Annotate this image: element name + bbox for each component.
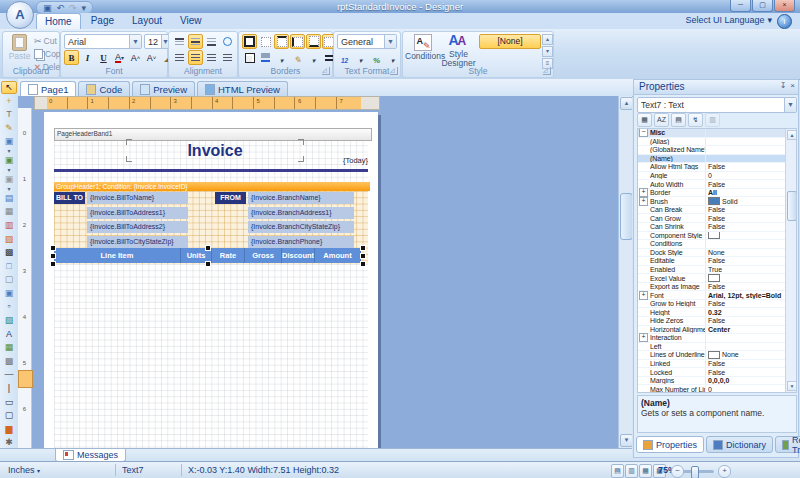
toolbox-tool-icon[interactable]: ↖ <box>1 81 17 94</box>
property-value[interactable]: All <box>705 189 786 197</box>
property-value[interactable]: False <box>705 257 786 265</box>
border-tool-button[interactable] <box>242 50 257 65</box>
expand-toggle-icon[interactable]: + <box>639 333 648 342</box>
toolbox-tool-icon[interactable]: — <box>2 368 16 381</box>
property-value[interactable] <box>705 232 786 240</box>
property-value[interactable]: 0 <box>705 172 786 180</box>
expand-toggle-icon[interactable]: + <box>639 291 648 300</box>
window-control-button[interactable]: ─ <box>730 0 751 12</box>
property-row[interactable]: Grow to Height False <box>638 300 786 309</box>
property-value[interactable] <box>705 240 786 248</box>
italic-button[interactable]: I <box>80 50 95 65</box>
toolbox-tool-icon[interactable]: ▧ <box>2 314 16 327</box>
property-value[interactable]: False <box>705 214 786 222</box>
today-component[interactable]: {Today} <box>294 155 368 167</box>
property-row[interactable]: + Border All <box>638 189 786 198</box>
scroll-down-icon[interactable]: ▼ <box>620 434 632 447</box>
style-gallery-button[interactable]: ▾ <box>542 46 553 57</box>
zoom-slider[interactable] <box>683 470 714 473</box>
property-value[interactable] <box>705 274 786 282</box>
font-size-combo[interactable]: 12▼ <box>144 34 170 49</box>
expand-toggle-icon[interactable]: + <box>639 197 648 206</box>
data-field-component[interactable]: {Invoice.BillToAddress1} <box>87 207 188 219</box>
properties-toolbar-button[interactable]: ▦ <box>637 113 652 127</box>
design-canvas[interactable]: 01234567 0123456 PageHeaderBand1 Invoice… <box>18 96 632 448</box>
zoom-slider-thumb[interactable] <box>691 466 699 478</box>
border-button[interactable] <box>258 34 273 49</box>
property-value[interactable] <box>705 129 786 137</box>
paste-button[interactable]: Paste <box>7 34 32 64</box>
property-row[interactable]: Linked False <box>638 360 786 369</box>
toolbox-tool-icon[interactable]: ▥ <box>2 219 16 232</box>
property-value[interactable]: Arial, 12pt, style=Bold <box>705 291 786 299</box>
view-mode-button[interactable]: ▥ <box>625 464 638 478</box>
document-tab[interactable]: Page1 <box>20 81 76 96</box>
properties-scrollbar[interactable]: ▲ ▼ <box>785 129 796 392</box>
property-row[interactable]: (Name) <box>638 155 786 164</box>
group-header-band-label[interactable]: GroupHeader1; Condition: {Invoice.Invoic… <box>54 182 370 191</box>
toolbox-tool-icon[interactable]: ▢ <box>2 273 16 286</box>
property-row[interactable]: Angle 0 <box>638 172 786 181</box>
border-button[interactable] <box>242 34 257 49</box>
property-value[interactable]: False <box>705 300 786 308</box>
selection-handle[interactable] <box>360 261 366 267</box>
report-page[interactable]: PageHeaderBand1 Invoice {Today} GroupHea… <box>44 112 378 448</box>
font-color-button[interactable]: A▾ <box>112 50 127 65</box>
property-row[interactable]: Allow Html Tags False <box>638 163 786 172</box>
alignment-button[interactable] <box>220 50 235 65</box>
table-header-cell[interactable]: Amount <box>315 248 361 263</box>
bold-button[interactable]: B <box>64 50 79 65</box>
text-format-combo[interactable]: General▼ <box>337 34 397 49</box>
table-header-cell[interactable]: Rate <box>212 248 245 263</box>
properties-toolbar-button[interactable]: AZ <box>654 113 669 127</box>
scrollbar-thumb[interactable] <box>787 191 797 221</box>
properties-toolbar-button[interactable]: ▥ <box>705 113 720 127</box>
data-field-component[interactable]: {Invoice.BillToName} <box>87 192 188 204</box>
toolbox-tool-icon[interactable]: A <box>2 328 16 341</box>
toolbox-tool-icon[interactable]: ▣ <box>2 287 16 300</box>
selection-handle[interactable] <box>205 245 211 251</box>
selection-handle[interactable] <box>50 245 56 251</box>
property-row[interactable]: + Font Arial, 12pt, style=Bold <box>638 291 786 300</box>
view-mode-button[interactable]: ▤ <box>611 464 624 478</box>
component-selector-combo[interactable]: Text7 : Text ▼ <box>637 97 797 113</box>
property-row[interactable]: Height 0.32 <box>638 308 786 317</box>
border-button[interactable] <box>274 34 289 49</box>
format-button[interactable] <box>353 50 368 65</box>
toolbox-tool-icon[interactable]: ▢ <box>2 409 16 422</box>
property-value[interactable] <box>705 155 786 163</box>
data-field-component[interactable]: {Invoice.BranchPhone} <box>248 236 354 248</box>
toolbox-tool-icon[interactable]: + <box>2 95 16 108</box>
alignment-button[interactable] <box>220 34 235 49</box>
property-row[interactable]: Conditions <box>638 240 786 249</box>
grow-font-button[interactable]: A˄ <box>128 50 143 65</box>
ribbon-tab[interactable]: Home <box>36 13 81 29</box>
property-value[interactable]: False <box>705 360 786 368</box>
bill-to-label-component[interactable]: BILL TO <box>54 192 85 204</box>
properties-toolbar-button[interactable]: ▤ <box>671 113 686 127</box>
property-value[interactable]: 0 <box>705 385 786 393</box>
panel-tab[interactable]: Report Tree <box>775 436 800 453</box>
property-value[interactable] <box>705 334 786 342</box>
toolbox-tool-icon[interactable]: ▩ <box>2 355 16 368</box>
ribbon-tab[interactable]: View <box>172 13 210 29</box>
application-orb[interactable]: A <box>6 1 34 29</box>
toolbox-tool-icon[interactable]: ▣ <box>2 173 16 186</box>
property-row[interactable]: Max Number of Lines 0 <box>638 385 786 393</box>
window-control-button[interactable]: ▢ <box>752 0 773 12</box>
border-tool-button[interactable] <box>274 50 289 65</box>
close-icon[interactable]: × <box>790 81 795 90</box>
toolbox-tool-icon[interactable]: ▣ <box>2 154 16 167</box>
property-value[interactable] <box>705 343 786 351</box>
property-value[interactable]: 0.32 <box>705 308 786 316</box>
window-control-button[interactable]: × <box>774 0 795 12</box>
alignment-button[interactable] <box>172 34 187 49</box>
selection-handle[interactable] <box>360 253 366 259</box>
selection-handle[interactable] <box>50 261 56 267</box>
style-gallery-button[interactable]: ▴ <box>542 34 553 45</box>
data-field-component[interactable]: {Invoice.BillToCityStateZip} <box>87 236 188 248</box>
view-mode-button[interactable]: ▦ <box>639 464 652 478</box>
document-tab[interactable]: Code <box>78 81 130 96</box>
property-row[interactable]: Export as Image False <box>638 283 786 292</box>
toolbox-tool-icon[interactable]: ▭ <box>2 396 16 409</box>
